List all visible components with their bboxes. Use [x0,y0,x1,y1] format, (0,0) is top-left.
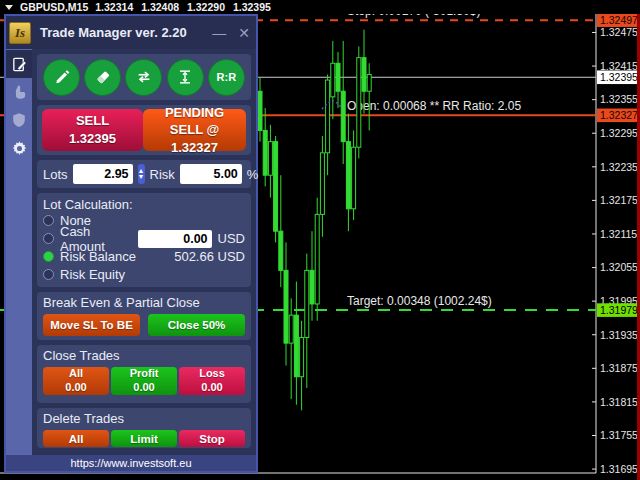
symbol-dropdown-icon[interactable] [5,5,13,10]
svg-text:1.32115: 1.32115 [600,228,637,240]
svg-text:1.32327: 1.32327 [600,109,638,121]
reverse-order-button[interactable] [125,59,162,96]
svg-text:1.32355: 1.32355 [600,93,638,105]
panel-titlebar[interactable]: Is Trade Manager ver. 2.20 — ✕ [6,16,256,49]
swap-arrows-icon [135,68,153,86]
lots-stepper[interactable]: ▲▼ [138,164,145,184]
pip-range-button[interactable] [167,59,204,96]
close-profit-button[interactable]: Profit 0.00 [111,367,177,395]
move-sl-to-be-button[interactable]: Move SL To BE [43,314,140,336]
minimize-button[interactable]: — [212,26,226,40]
close-all-button[interactable]: All 0.00 [43,367,109,395]
close-loss-button[interactable]: Loss 0.00 [179,367,245,395]
mt4-chart-window: 1.324751.324151.323551.322951.322351.321… [0,0,640,480]
radio-risk-equity[interactable] [43,269,54,280]
sidebar-tab-settings[interactable] [6,134,32,162]
svg-text:1.31755: 1.31755 [600,429,638,441]
vertical-measure-icon [176,68,194,86]
sidebar-tab-protection[interactable] [6,106,32,134]
sidebar-tab-trading[interactable] [6,50,32,78]
quote-bar: GBPUSD,M15 1.32314 1.32408 1.32290 1.323… [0,0,640,14]
risk-balance-value: 502.66 USD [174,249,245,264]
candles [258,30,371,411]
lot-calc-option-cash-amount[interactable]: Cash Amount USD [43,230,245,248]
cash-amount-input[interactable] [138,230,212,248]
cash-amount-currency: USD [218,231,245,246]
svg-text:1.31815: 1.31815 [600,396,638,408]
open-line-label: Open: 0.00068 ** RR Ratio: 2.05 [347,99,521,113]
radio-none[interactable] [43,215,54,226]
svg-text:1.31875: 1.31875 [600,362,638,374]
trade-manager-panel: Is Trade Manager ver. 2.20 — ✕ [4,14,258,473]
delete-all-button[interactable]: All [43,430,109,447]
shield-icon [11,112,27,128]
lots-input[interactable] [73,164,133,184]
lots-risk-section: Lots ▲▼ Risk % [37,160,251,188]
lot-calculation-header: Lot Calculation: [43,197,245,212]
break-even-section: Break Even & Partial Close Move SL To BE… [37,292,251,340]
risk-input[interactable] [180,164,242,184]
svg-text:1.32415: 1.32415 [600,60,638,72]
svg-text:1.31979: 1.31979 [600,304,638,316]
investsoft-logo: Is [9,22,31,44]
ohlc-quotes: 1.32314 1.32408 1.32290 1.32395 [95,1,271,13]
close-trades-section: Close Trades All 0.00 Profit 0.00 Loss 0 [37,345,251,403]
radio-cash-amount[interactable] [43,233,54,244]
panel-footer: https://www.investsoft.eu [6,455,256,471]
delete-limit-button[interactable]: Limit [111,430,177,447]
panel-title: Trade Manager ver. 2.20 [40,25,187,40]
price-axis: 1.324751.324151.323551.322951.322351.321… [592,26,638,475]
close-50-button[interactable]: Close 50% [148,314,245,336]
svg-text:1.32235: 1.32235 [600,161,638,173]
risk-label: Risk [150,167,175,182]
radio-risk-balance[interactable] [43,251,54,262]
svg-text:1.31935: 1.31935 [600,329,638,341]
gear-icon [11,140,28,157]
eraser-icon [94,68,112,86]
order-buttons-section: SELL 1.32395 PENDING SELL @ 1.32327 [37,105,251,155]
symbol-label: GBPUSD,M15 [20,1,88,13]
delete-trades-section: Delete Trades All Limit Stop [37,408,251,448]
investsoft-link[interactable]: https://www.investsoft.eu [70,457,191,469]
hand-icon [11,84,27,100]
lot-calculation-section: Lot Calculation: None Cash Amount USD Ri… [37,193,251,287]
panel-content: R:R SELL 1.32395 PENDING SELL @ 1.32327 … [32,49,256,455]
sidebar-tab-manual[interactable] [6,78,32,106]
lots-label: Lots [43,167,68,182]
svg-text:1.32475: 1.32475 [600,26,638,38]
close-button[interactable]: ✕ [238,26,250,40]
percent-label: % [247,167,259,182]
edit-document-icon [11,56,28,73]
delete-stop-button[interactable]: Stop [179,430,245,447]
target-line-label: Target: 0.00348 (1002.24$) [347,294,492,308]
delete-trades-header: Delete Trades [43,411,245,426]
close-trades-header: Close Trades [43,348,245,363]
sell-button[interactable]: SELL 1.32395 [42,109,143,151]
pencil-icon [53,68,71,86]
draw-entry-button[interactable] [43,59,80,96]
svg-text:1.32175: 1.32175 [600,194,638,206]
svg-text:1.32295: 1.32295 [600,127,638,139]
svg-text:1.32055: 1.32055 [600,261,638,273]
risk-reward-button[interactable]: R:R [208,59,245,96]
svg-text:1.32395: 1.32395 [600,71,638,83]
svg-text:1.31695: 1.31695 [600,463,638,475]
panel-sidebar [6,49,32,455]
break-even-header: Break Even & Partial Close [43,295,245,310]
lot-calc-option-risk-balance[interactable]: Risk Balance 502.66 USD [43,248,245,266]
stepper-down-icon[interactable]: ▼ [138,174,145,180]
pending-sell-button[interactable]: PENDING SELL @ 1.32327 [143,109,246,151]
tools-section: R:R [37,54,251,100]
erase-button[interactable] [84,59,121,96]
svg-text:1.32497: 1.32497 [600,14,638,26]
lot-calc-option-risk-equity[interactable]: Risk Equity [43,265,245,283]
